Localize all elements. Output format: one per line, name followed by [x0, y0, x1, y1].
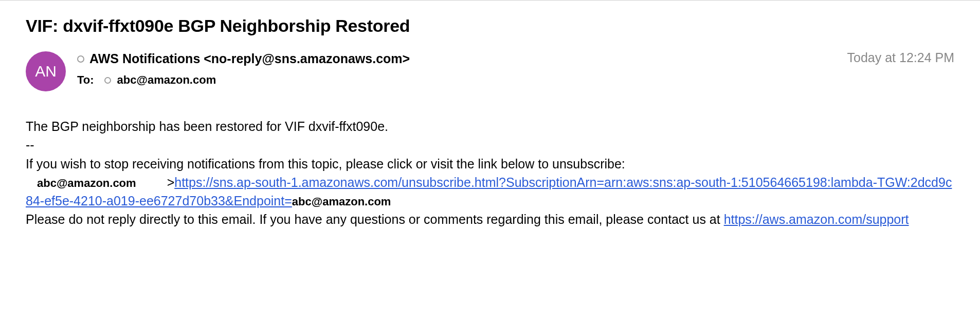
to-address: abc@amazon.com	[117, 73, 216, 87]
to-line: To: abc@amazon.com	[77, 73, 954, 87]
unsubscribe-link-row: abc@amazon.com>https://sns.ap-south-1.am…	[26, 173, 954, 211]
footer-line: Please do not reply directly to this ema…	[26, 210, 954, 228]
from-line: AWS Notifications <no-reply@sns.amazonaw…	[77, 51, 954, 66]
body-line-main: The BGP neighborship has been restored f…	[26, 117, 954, 136]
to-label: To:	[77, 73, 94, 87]
email-container: VIF: dxvif-ffxt090e BGP Neighborship Res…	[0, 1, 980, 255]
email-header: AN AWS Notifications <no-reply@sns.amazo…	[26, 50, 954, 91]
email-subject: VIF: dxvif-ffxt090e BGP Neighborship Res…	[26, 16, 954, 36]
endpoint-email: abc@amazon.com	[292, 195, 391, 208]
email-body: The BGP neighborship has been restored f…	[26, 117, 954, 229]
to-address-wrap: abc@amazon.com	[104, 73, 216, 87]
body-dashes: --	[26, 136, 954, 154]
status-dot-icon	[104, 77, 111, 84]
timestamp: Today at 12:24 PM	[847, 50, 954, 65]
unsubscribe-intro: If you wish to stop receiving notificati…	[26, 155, 954, 173]
unsub-email: abc@amazon.com	[26, 175, 167, 192]
status-dot-icon	[77, 55, 84, 63]
gt-symbol: >	[167, 175, 175, 189]
footer-text: Please do not reply directly to this ema…	[26, 212, 724, 226]
avatar: AN	[26, 51, 66, 91]
support-link[interactable]: https://aws.amazon.com/support	[724, 212, 909, 226]
from-address: AWS Notifications <no-reply@sns.amazonaw…	[89, 51, 410, 66]
email-meta: AWS Notifications <no-reply@sns.amazonaw…	[77, 50, 954, 87]
